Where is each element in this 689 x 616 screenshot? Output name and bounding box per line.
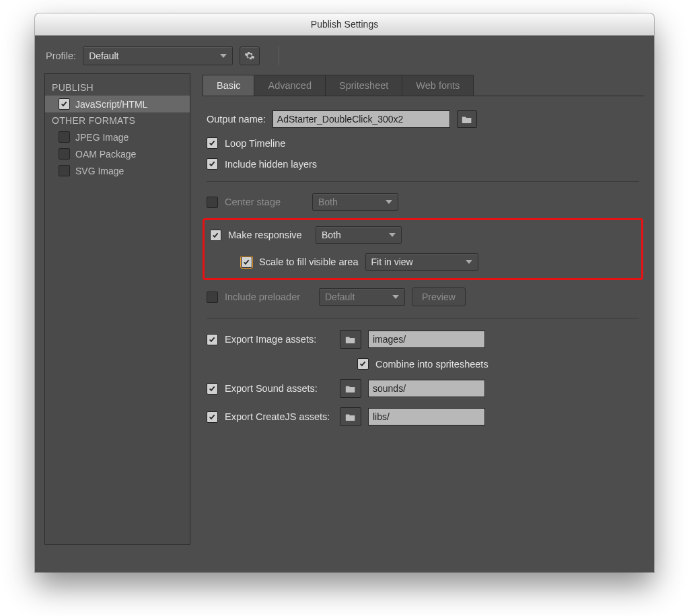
checkbox-make-responsive[interactable]: [210, 230, 221, 241]
tab-advanced[interactable]: Advanced: [254, 75, 326, 96]
caret-down-icon: [392, 295, 399, 299]
select-center-stage[interactable]: Both: [312, 193, 398, 211]
toolbar: Profile: Default: [35, 36, 654, 73]
profile-settings-button[interactable]: [240, 46, 260, 65]
checkbox-scale-fill[interactable]: [241, 256, 252, 268]
checkbox-center-stage[interactable]: [207, 197, 218, 208]
caret-down-icon: [220, 54, 227, 58]
label-make-responsive: Make responsive: [228, 230, 309, 240]
images-path-field[interactable]: images/: [368, 331, 485, 348]
output-name-field[interactable]: AdStarter_DoubleClick_300x2: [273, 110, 450, 128]
tab-webfonts[interactable]: Web fonts: [402, 75, 473, 96]
label-include-hidden: Include hidden layers: [225, 159, 317, 170]
output-browse-button[interactable]: [457, 110, 477, 128]
checkbox-include-hidden[interactable]: [207, 158, 218, 170]
tabs: Basic Advanced Spritesheet Web fonts: [203, 75, 474, 96]
browse-libs-button[interactable]: [340, 407, 361, 426]
label-scale-fill: Scale to fill visible area: [259, 256, 359, 267]
folder-icon: [345, 335, 356, 344]
sidebar-item-svg[interactable]: SVG Image: [45, 162, 190, 179]
checkbox-jpeg[interactable]: [59, 131, 70, 143]
label-export-sound: Export Sound assets:: [225, 383, 318, 394]
profile-value: Default: [89, 50, 118, 61]
tab-body-basic: Output name: AdStarter_DoubleClick_300x2: [203, 96, 645, 435]
checkbox-loop-timeline[interactable]: [207, 137, 218, 149]
checkbox-include-preloader[interactable]: [207, 292, 218, 303]
select-preloader[interactable]: Default: [319, 288, 405, 306]
output-name-label: Output name:: [207, 114, 266, 125]
sidebar-item-javascript-html[interactable]: JavaScript/HTML: [45, 96, 190, 112]
sidebar-item-label: JavaScript/HTML: [75, 99, 147, 110]
checkbox-combine-spritesheets[interactable]: [357, 358, 369, 370]
sidebar-item-label: SVG Image: [75, 166, 124, 176]
checkbox-export-createjs[interactable]: [207, 411, 218, 423]
sidebar-item-oam[interactable]: OAM Package: [45, 145, 190, 162]
profile-label: Profile:: [46, 50, 76, 61]
caret-down-icon: [386, 200, 392, 204]
sidebar-heading-other: OTHER FORMATS: [45, 112, 190, 129]
sidebar-item-jpeg[interactable]: JPEG Image: [45, 129, 190, 145]
window-titlebar: Publish Settings: [35, 13, 654, 36]
publish-settings-window: Publish Settings Profile: Default PUBLIS…: [35, 13, 654, 572]
gear-icon: [244, 50, 255, 61]
sidebar-item-label: OAM Package: [75, 149, 136, 160]
sounds-path-field[interactable]: sounds/: [368, 380, 485, 397]
folder-icon: [462, 115, 472, 124]
checkbox-oam[interactable]: [59, 148, 70, 160]
checkbox-javascript-html[interactable]: [59, 98, 70, 110]
label-export-createjs: Export CreateJS assets:: [225, 411, 330, 422]
select-scale-fill[interactable]: Fit in view: [365, 253, 478, 271]
highlight-make-responsive: Make responsive Both Scale to fill visib…: [203, 218, 643, 280]
checkbox-svg[interactable]: [59, 165, 70, 176]
preview-button[interactable]: Preview: [412, 287, 466, 306]
label-export-image: Export Image assets:: [225, 334, 316, 345]
label-loop-timeline: Loop Timeline: [225, 138, 285, 149]
folder-icon: [345, 413, 356, 421]
settings-panel: Basic Advanced Spritesheet Web fonts Out…: [203, 73, 645, 545]
checkbox-export-sound[interactable]: [207, 383, 218, 395]
select-make-responsive[interactable]: Both: [316, 226, 402, 244]
caret-down-icon: [389, 233, 396, 237]
profile-select[interactable]: Default: [83, 46, 233, 65]
label-combine-spritesheets: Combine into spritesheets: [375, 359, 488, 370]
formats-sidebar: PUBLISH JavaScript/HTML OTHER FORMATS JP…: [44, 73, 190, 545]
folder-icon: [345, 384, 356, 393]
tab-spritesheet[interactable]: Spritesheet: [326, 75, 402, 96]
libs-path-field[interactable]: libs/: [368, 408, 485, 425]
window-title: Publish Settings: [311, 19, 378, 30]
checkbox-export-image[interactable]: [207, 334, 218, 345]
browse-images-button[interactable]: [340, 330, 361, 349]
sidebar-heading-publish: PUBLISH: [45, 79, 190, 96]
browse-sounds-button[interactable]: [340, 379, 361, 398]
label-include-preloader: Include preloader: [225, 292, 312, 302]
sidebar-item-label: JPEG Image: [75, 132, 129, 143]
label-center-stage: Center stage: [225, 197, 305, 207]
tab-basic[interactable]: Basic: [203, 75, 254, 96]
caret-down-icon: [466, 260, 472, 264]
divider: [207, 318, 639, 318]
divider: [207, 181, 639, 182]
